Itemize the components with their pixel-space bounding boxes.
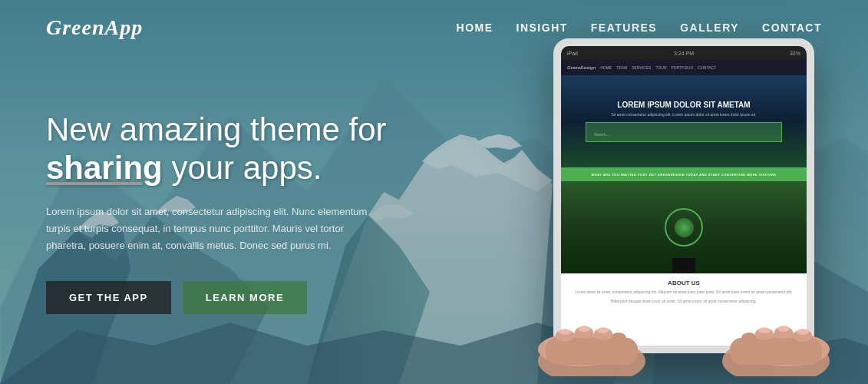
tablet-nav-home: HOME bbox=[600, 65, 612, 70]
hero-section: GreenApp HOME INSIGHT FEATURES GALLERY C… bbox=[0, 0, 868, 384]
nav-link-features[interactable]: FEATURES bbox=[591, 22, 657, 34]
tablet-hero-title: LOREM IPSUM DOLOR SIT AMETAM bbox=[617, 101, 750, 109]
svg-point-34 bbox=[777, 326, 790, 332]
nav-link-gallery[interactable]: GALLERY bbox=[680, 22, 739, 34]
svg-point-33 bbox=[797, 329, 809, 335]
hero-title-line1: New amazing theme for bbox=[46, 111, 387, 147]
nav-link-contact[interactable]: CONTACT bbox=[762, 22, 822, 34]
hero-buttons: GET THE APP LEARN MORE bbox=[46, 281, 387, 314]
tablet-topbar: iPad 3:24 PM 32% bbox=[561, 46, 807, 60]
nav-item-insight[interactable]: INSIGHT bbox=[517, 21, 568, 35]
tablet-nav-team: TEAM bbox=[616, 65, 627, 70]
brand-logo[interactable]: GreenApp bbox=[46, 15, 143, 40]
svg-point-31 bbox=[578, 326, 590, 332]
svg-point-30 bbox=[559, 329, 571, 335]
hero-content: New amazing theme for sharing your apps.… bbox=[46, 111, 387, 314]
tablet-device: iPad 3:24 PM 32% GreenDesign HOME TEAM S… bbox=[523, 38, 845, 361]
tablet-search-bar: Search... bbox=[586, 122, 782, 142]
tablet-nav-contact: CONTACT bbox=[698, 65, 716, 70]
tablet-wrapper: iPad 3:24 PM 32% GreenDesign HOME TEAM S… bbox=[523, 38, 845, 369]
hero-title: New amazing theme for sharing your apps. bbox=[46, 111, 387, 188]
hero-title-bold: sharing bbox=[46, 150, 163, 186]
tablet-cta-text: WHAT ARE YOU WAITING FOR? GET GREENDESIG… bbox=[588, 173, 779, 177]
hero-title-rest: your apps. bbox=[171, 150, 322, 186]
nav-item-gallery[interactable]: GALLERY bbox=[680, 21, 739, 35]
tablet-time: 3:24 PM bbox=[674, 51, 694, 56]
svg-point-22 bbox=[611, 333, 626, 343]
tablet-circle bbox=[665, 208, 703, 247]
tablet-site-nav: GreenDesign HOME TEAM SERVICES TOUR PORT… bbox=[561, 60, 807, 75]
nav-item-home[interactable]: HOME bbox=[457, 21, 493, 35]
tablet-cta-bar: WHAT ARE YOU WAITING FOR? GET GREENDESIG… bbox=[561, 167, 807, 181]
nav-item-contact[interactable]: CONTACT bbox=[762, 21, 822, 35]
tablet-device-label: iPad bbox=[567, 51, 578, 56]
hands-svg bbox=[523, 269, 845, 376]
tablet-hero-sub: Sit amet consectetur adipiscing elit. Lo… bbox=[612, 112, 757, 118]
tablet-circle-inner bbox=[675, 218, 694, 237]
tablet-nav-portfolio: PORTFOLIO bbox=[672, 65, 694, 70]
tablet-site-logo: GreenDesign bbox=[567, 65, 596, 70]
nav-item-features[interactable]: FEATURES bbox=[591, 21, 657, 35]
tablet-search-placeholder: Search... bbox=[594, 132, 609, 137]
svg-point-26 bbox=[741, 333, 757, 343]
svg-point-32 bbox=[597, 327, 609, 333]
tablet-battery: 32% bbox=[790, 51, 800, 56]
learn-more-button[interactable]: LEARN MORE bbox=[183, 281, 307, 314]
nav-link-insight[interactable]: INSIGHT bbox=[517, 22, 568, 34]
get-app-button[interactable]: GET THE APP bbox=[46, 281, 171, 314]
tablet-hero-section: LOREM IPSUM DOLOR SIT AMETAM Sit amet co… bbox=[561, 75, 807, 167]
tablet-nav-tour: TOUR bbox=[655, 65, 666, 70]
nav-links: HOME INSIGHT FEATURES GALLERY CONTACT bbox=[457, 21, 822, 35]
nav-link-home[interactable]: HOME bbox=[457, 22, 493, 34]
svg-point-35 bbox=[758, 327, 771, 333]
svg-rect-25 bbox=[730, 338, 822, 365]
tablet-green-section bbox=[561, 181, 807, 273]
tablet-nav-services: SERVICES bbox=[632, 65, 651, 70]
svg-rect-18 bbox=[546, 338, 638, 365]
hero-description: Lorem ipsum dolor sit amet, consectetur … bbox=[46, 204, 384, 254]
